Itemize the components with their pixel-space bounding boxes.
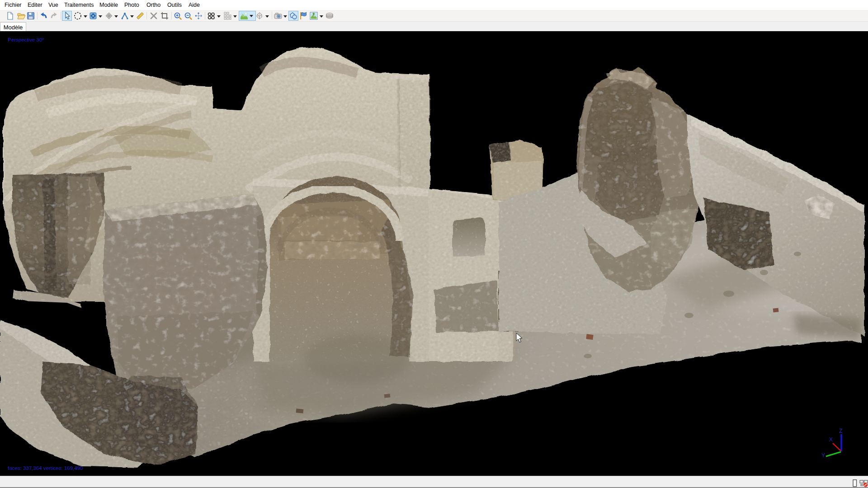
svg-text:X: X xyxy=(829,436,833,443)
svg-text:Perspective 30°: Perspective 30° xyxy=(8,37,44,42)
svg-text:faces: 337,364 vertices: 169,4: faces: 337,364 vertices: 169,490 xyxy=(8,465,83,471)
svg-text:Y: Y xyxy=(821,452,825,459)
svg-text:Z: Z xyxy=(839,428,842,434)
